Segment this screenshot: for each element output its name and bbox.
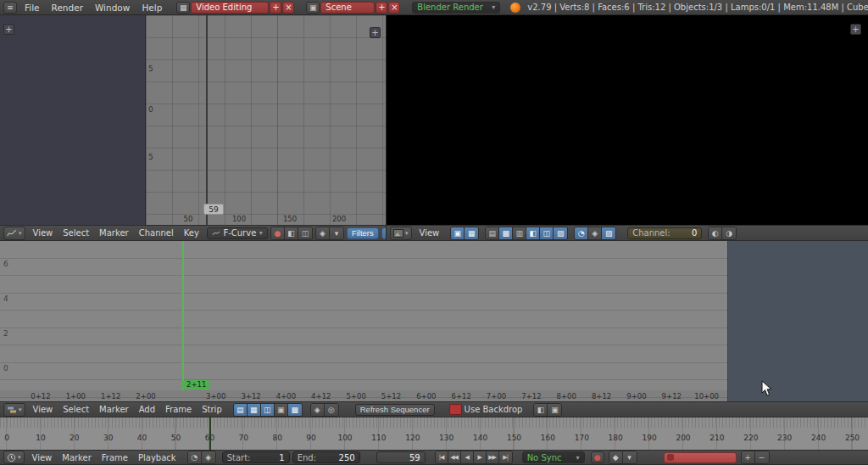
chroma-vectorscope-icon[interactable]: ▩ bbox=[499, 227, 513, 239]
frame-lock-icon[interactable]: ◈ bbox=[202, 451, 215, 463]
menu-marker[interactable]: Marker bbox=[94, 405, 134, 414]
safe-margin-icon[interactable]: ◔ bbox=[575, 227, 588, 239]
current-frame-field[interactable]: 59 bbox=[376, 451, 426, 463]
lock-strips-icon[interactable]: ▣ bbox=[548, 404, 561, 416]
editor-type-preview-icon[interactable]: ▾ bbox=[390, 227, 412, 240]
fcurve-mode-dropdown[interactable]: F-Curve ▾ bbox=[207, 227, 268, 239]
keying-set-menu-icon[interactable]: ◆ bbox=[609, 451, 623, 463]
only-selected-curves-icon[interactable]: ◧ bbox=[285, 227, 298, 239]
jump-to-start-button[interactable]: |◀ bbox=[436, 451, 448, 463]
menu-key[interactable]: Key bbox=[179, 228, 204, 238]
next-keyframe-button[interactable]: ▶▶ bbox=[487, 451, 499, 463]
menu-view[interactable]: View bbox=[28, 228, 58, 238]
start-frame-field[interactable]: Start: 1 bbox=[222, 451, 290, 463]
proxy-render-icon[interactable]: ▨ bbox=[554, 227, 567, 239]
menu-frame[interactable]: Frame bbox=[160, 405, 197, 414]
luma-waveform-icon[interactable]: ▤ bbox=[486, 227, 499, 239]
editor-type-timeline-icon[interactable]: ▾ bbox=[3, 451, 25, 464]
render-engine-dropdown[interactable]: Blender Render ▾ bbox=[412, 2, 500, 14]
end-frame-field[interactable]: End: 250 bbox=[292, 451, 360, 463]
overlay-toggle-icon[interactable]: ▩ bbox=[288, 404, 302, 416]
backdrop-color-swatch[interactable] bbox=[449, 404, 462, 415]
snap-mode-arrow-icon[interactable]: ▾ bbox=[330, 227, 343, 239]
menu-frame[interactable]: Frame bbox=[97, 453, 133, 462]
gamma-correct-icon[interactable]: ◐ bbox=[709, 227, 722, 239]
active-keying-set-field[interactable] bbox=[664, 452, 737, 463]
image-channel-icon[interactable]: ▣ bbox=[451, 227, 465, 239]
scene-browse-icon[interactable]: ▣ bbox=[306, 2, 320, 14]
menu-marker[interactable]: Marker bbox=[94, 228, 134, 238]
sequencer-canvas[interactable]: 6420 0+121+001+122+003+003+124+004+125+0… bbox=[0, 241, 868, 401]
snap-icon[interactable]: ◈ bbox=[316, 227, 330, 239]
preview-toggle-icon[interactable]: ▦ bbox=[248, 404, 261, 416]
menu-render[interactable]: Render bbox=[46, 3, 89, 13]
sequencer-ruler[interactable]: 0+121+001+122+003+003+124+004+125+005+12… bbox=[0, 390, 727, 401]
screen-layout-name[interactable]: Video Editing bbox=[191, 2, 269, 14]
timeline-playhead[interactable] bbox=[209, 417, 211, 450]
delete-keyframe-icon[interactable]: − bbox=[755, 451, 769, 463]
metadata-icon[interactable]: ▧ bbox=[602, 227, 615, 239]
timeline-canvas[interactable]: 0102030405060708090100110120130140150160… bbox=[0, 417, 868, 450]
color-alpha-icon[interactable]: ▦ bbox=[465, 227, 478, 239]
menu-view[interactable]: View bbox=[415, 228, 445, 238]
keying-dropdown-arrow-icon[interactable]: ▾ bbox=[623, 451, 637, 463]
menu-window[interactable]: Window bbox=[89, 3, 136, 13]
graph-playhead[interactable] bbox=[206, 15, 208, 225]
histogram-icon[interactable]: ▥ bbox=[513, 227, 526, 239]
channel-field[interactable]: Channel: 0 bbox=[627, 227, 702, 239]
timeline-ruler[interactable]: 0102030405060708090100110120130140150160… bbox=[0, 431, 868, 445]
grease-pencil-icon[interactable]: ◈ bbox=[588, 227, 602, 239]
menu-file[interactable]: File bbox=[19, 3, 46, 13]
graph-editor-canvas[interactable]: 505 50100150200 59 + bbox=[146, 15, 386, 225]
av-sync-dropdown[interactable]: No Sync ▾ bbox=[522, 451, 585, 463]
delete-scene-button[interactable]: × bbox=[388, 2, 400, 14]
graph-channels-region[interactable]: + bbox=[0, 15, 146, 225]
menu-view[interactable]: View bbox=[27, 453, 58, 462]
expand-region-icon[interactable]: + bbox=[850, 24, 861, 35]
menu-marker[interactable]: Marker bbox=[57, 453, 97, 462]
menu-playback[interactable]: Playback bbox=[133, 453, 181, 462]
proxy-toggle-icon[interactable]: ▣ bbox=[275, 404, 288, 416]
menu-add[interactable]: Add bbox=[134, 405, 160, 414]
refresh-sequencer-button[interactable]: Refresh Sequencer bbox=[355, 404, 435, 416]
filters-button[interactable]: Filters bbox=[347, 227, 379, 239]
play-button[interactable]: ▶ bbox=[474, 451, 487, 463]
sequencer-playhead[interactable] bbox=[182, 241, 184, 390]
add-scene-button[interactable]: + bbox=[376, 2, 387, 14]
auto-keyframe-record-button[interactable]: ● bbox=[591, 451, 604, 463]
graph-frame-indicator: 59 bbox=[203, 204, 224, 215]
expand-channels-icon[interactable]: + bbox=[3, 24, 14, 35]
expand-properties-icon[interactable]: + bbox=[370, 27, 381, 38]
menu-channel[interactable]: Channel bbox=[134, 228, 179, 238]
ghost-curves-icon[interactable]: ● bbox=[271, 227, 285, 239]
tweak-mode-icon[interactable]: ◎ bbox=[325, 404, 338, 416]
jump-to-end-button[interactable]: ▶| bbox=[499, 451, 512, 463]
menu-select[interactable]: Select bbox=[58, 228, 94, 238]
editor-type-graph-icon[interactable]: ▾ bbox=[3, 227, 25, 240]
show-handles-icon[interactable]: ◫ bbox=[298, 227, 312, 239]
split-view-icon[interactable]: ◫ bbox=[261, 404, 275, 416]
snap-toggle-icon[interactable]: ◈ bbox=[311, 404, 325, 416]
use-backdrop-label[interactable]: Use Backdrop bbox=[465, 405, 523, 414]
preview-range-icon[interactable]: ◔ bbox=[188, 451, 202, 463]
insert-keyframe-icon[interactable]: + bbox=[742, 451, 755, 463]
info-menu-icon[interactable]: ≡ bbox=[3, 2, 17, 14]
menu-strip[interactable]: Strip bbox=[197, 405, 227, 414]
preview-canvas[interactable]: + bbox=[386, 15, 868, 225]
sequencer-view-icon[interactable]: ▤ bbox=[234, 404, 248, 416]
scene-name[interactable]: Scene bbox=[320, 2, 375, 14]
menu-view[interactable]: View bbox=[28, 405, 58, 414]
strips-icon bbox=[7, 406, 17, 414]
play-reverse-button[interactable]: ◀ bbox=[461, 451, 474, 463]
menu-help[interactable]: Help bbox=[136, 3, 168, 13]
color-management-icon[interactable]: ◑ bbox=[722, 227, 736, 239]
delete-screen-button[interactable]: × bbox=[282, 2, 294, 14]
prev-keyframe-button[interactable]: ◀◀ bbox=[448, 451, 461, 463]
editor-type-sequencer-icon[interactable]: ▾ bbox=[3, 403, 25, 417]
split-preview-icon[interactable]: ◫ bbox=[540, 227, 554, 239]
overlay-frame-icon[interactable]: ◧ bbox=[534, 404, 548, 416]
add-screen-button[interactable]: + bbox=[270, 2, 281, 14]
screen-browse-icon[interactable]: ▦ bbox=[176, 2, 190, 14]
rgb-curves-icon[interactable]: ◧ bbox=[526, 227, 540, 239]
menu-select[interactable]: Select bbox=[58, 405, 94, 414]
